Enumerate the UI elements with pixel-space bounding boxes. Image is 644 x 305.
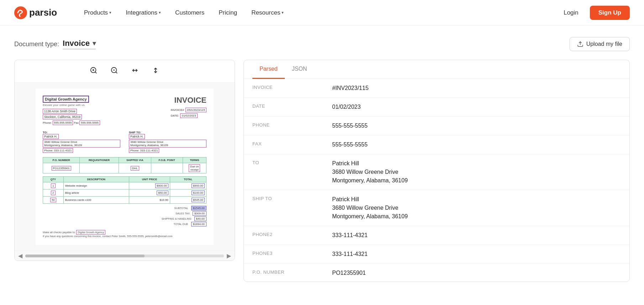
nav-actions: Login Sign Up xyxy=(558,6,630,20)
doc-type-value: Invoice xyxy=(63,39,90,48)
fit-width-button[interactable] xyxy=(128,65,142,77)
tab-parsed[interactable]: Parsed xyxy=(252,60,285,79)
navbar: parsio Products ▾ Integrations ▾ Custome… xyxy=(0,0,644,26)
chevron-down-icon: ▾ xyxy=(93,39,96,47)
parsed-row: TOPatrick Hill 3680 Willow Greene Drive … xyxy=(244,154,629,190)
parsed-value: Patrick Hill 3680 Willow Greene Drive Mo… xyxy=(332,195,621,221)
parsed-key: SHIP TO xyxy=(252,195,324,201)
nav-label-products: Products xyxy=(84,9,108,16)
parsed-row: Phone2333-111-4321 xyxy=(244,226,629,245)
parsed-value: 555-555-5555 xyxy=(332,122,621,130)
doc-type-left: Document type: Invoice ▾ xyxy=(14,39,96,49)
po-table: P.O. NUMBER REQUISITIONER SHIPPED VIA F.… xyxy=(43,157,206,173)
upload-button[interactable]: Upload my file xyxy=(570,37,630,51)
invoice-document: Digital Growth Agency Elevate your onlin… xyxy=(36,89,214,245)
zoom-in-button[interactable] xyxy=(87,65,100,77)
upload-icon xyxy=(577,41,583,47)
parsed-value: PO12355901 xyxy=(332,269,621,277)
logo[interactable]: parsio xyxy=(14,6,57,19)
parsed-value: #INV2023/115 xyxy=(332,84,621,92)
parsed-key: P.O. NUMBER xyxy=(252,269,324,275)
tab-json[interactable]: JSON xyxy=(285,60,314,79)
doc-toolbar xyxy=(15,60,235,83)
parsed-tabs: Parsed JSON xyxy=(244,60,629,79)
chevron-down-icon: ▾ xyxy=(109,10,111,15)
invoice-footer: Make all checks payable to: Digital Grow… xyxy=(43,230,206,238)
items-table: QTY DESCRIPTION UNIT PRICE TOTAL 1 Websi… xyxy=(43,176,206,204)
svg-line-6 xyxy=(116,72,117,73)
company-tagline: Elevate your online game with us. xyxy=(43,103,100,107)
parsed-row: P.O. NUMBERPO12355901 xyxy=(244,264,629,282)
parsed-panel: Parsed JSON INVOICE#INV2023/115DATE01/02… xyxy=(244,60,630,282)
company-name: Digital Growth Agency xyxy=(43,96,89,103)
parsed-row: DATE01/02/2023 xyxy=(244,98,629,117)
nav-label-integrations: Integrations xyxy=(126,9,157,16)
to-section: TO: Patrick H. 3680 Willow Greene DriveM… xyxy=(43,131,206,153)
zoom-out-button[interactable] xyxy=(108,65,121,77)
doc-type-label: Document type: xyxy=(14,41,59,48)
nav-label-customers: Customers xyxy=(175,9,204,16)
parsed-row: SHIP TOPatrick Hill 3680 Willow Greene D… xyxy=(244,190,629,226)
panels: Digital Growth Agency Elevate your onlin… xyxy=(14,60,630,282)
parsed-value: 333-111-4321 xyxy=(332,250,621,258)
doc-type-select[interactable]: Invoice ▾ xyxy=(63,39,96,49)
nav-label-pricing: Pricing xyxy=(219,9,237,16)
totals-section: SUBTOTAL $1545.00 SALES TAX $309.00 SHIP… xyxy=(43,206,206,226)
doc-type-row: Document type: Invoice ▾ Upload my file xyxy=(14,37,630,51)
scroll-left-button[interactable]: ◀ xyxy=(18,252,22,259)
nav-item-products[interactable]: Products ▾ xyxy=(78,6,117,19)
parsed-key: Phone3 xyxy=(252,250,324,256)
parsed-key: INVOICE xyxy=(252,84,324,90)
company-address: 1138 Arron Smith Drive Stockton, Califor… xyxy=(43,109,100,125)
scroll-right-button[interactable]: ▶ xyxy=(227,252,231,259)
nav-item-customers[interactable]: Customers xyxy=(169,6,210,19)
chevron-down-icon: ▾ xyxy=(159,10,161,15)
login-button[interactable]: Login xyxy=(558,6,584,19)
upload-label: Upload my file xyxy=(586,41,622,47)
signup-button[interactable]: Sign Up xyxy=(590,6,630,20)
parsed-value: Patrick Hill 3680 Willow Greene Drive Mo… xyxy=(332,159,621,185)
doc-scroll-area[interactable]: Digital Growth Agency Elevate your onlin… xyxy=(15,83,235,251)
parsed-row: INVOICE#INV2023/115 xyxy=(244,79,629,98)
svg-point-0 xyxy=(14,6,27,19)
parsed-row: Fax555-555-5555 xyxy=(244,135,629,154)
parsed-value: 555-555-5555 xyxy=(332,140,621,149)
nav-item-integrations[interactable]: Integrations ▾ xyxy=(120,6,167,19)
horizontal-scrollbar[interactable] xyxy=(25,255,224,257)
nav-item-pricing[interactable]: Pricing xyxy=(213,6,243,19)
nav-item-resources[interactable]: Resources ▾ xyxy=(246,6,289,19)
nav-links: Products ▾ Integrations ▾ Customers Pric… xyxy=(78,6,558,19)
nav-label-resources: Resources xyxy=(251,9,280,16)
doc-panel: Digital Growth Agency Elevate your onlin… xyxy=(14,60,235,261)
parsed-row: Phone555-555-5555 xyxy=(244,117,629,135)
logo-text: parsio xyxy=(29,7,57,18)
parsed-row: Phone3333-111-4321 xyxy=(244,245,629,264)
main-content: Document type: Invoice ▾ Upload my file xyxy=(0,26,644,293)
parsed-value: 333-111-4321 xyxy=(332,231,621,240)
parsed-key: TO xyxy=(252,159,324,165)
parsed-key: Phone2 xyxy=(252,231,324,237)
parsed-key: Fax xyxy=(252,140,324,146)
parsed-key: Phone xyxy=(252,122,324,128)
chevron-down-icon: ▾ xyxy=(282,10,284,15)
logo-icon xyxy=(14,6,27,19)
parsed-content[interactable]: INVOICE#INV2023/115DATE01/02/2023Phone55… xyxy=(244,79,629,282)
parsed-value: 01/02/2023 xyxy=(332,103,621,111)
fit-height-button[interactable] xyxy=(149,65,162,77)
svg-line-2 xyxy=(95,72,96,73)
parsed-key: DATE xyxy=(252,103,324,109)
